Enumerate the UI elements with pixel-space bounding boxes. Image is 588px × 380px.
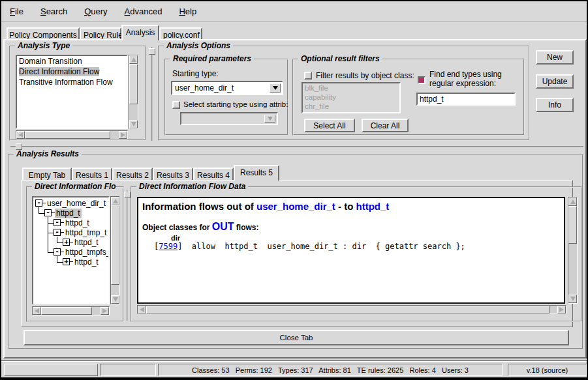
- scroll-right-icon[interactable]: [119, 131, 127, 139]
- info-button-label: Info: [548, 100, 561, 110]
- analysis-type-vscrollbar[interactable]: [129, 55, 138, 129]
- tree-expander[interactable]: +: [63, 239, 70, 246]
- tree-expander[interactable]: -: [44, 209, 52, 216]
- tree-expander[interactable]: -: [54, 248, 61, 256]
- scroll-down-icon[interactable]: [111, 295, 119, 304]
- regex-checkbox-label[interactable]: Find end types using regular expression:: [429, 70, 518, 88]
- window-bottom-edge: [1, 377, 587, 380]
- scroll-left-icon[interactable]: [138, 306, 146, 314]
- top-vertical-sash[interactable]: [151, 47, 153, 141]
- object-class-item: chr_file: [303, 102, 399, 111]
- scroll-up-icon[interactable]: [111, 197, 119, 205]
- tab-policy-components-label: Policy Components: [9, 31, 76, 40]
- scroll-down-icon[interactable]: [129, 120, 138, 128]
- analysis-type-hscroll-thumb[interactable]: [25, 131, 110, 139]
- flow-tree-vscrollbar[interactable]: [110, 196, 120, 304]
- info-button[interactable]: Info: [536, 98, 574, 112]
- tree-node-label[interactable]: httpd_t: [73, 238, 100, 248]
- flow-data-textarea: Information flows out of user_home_dir_t…: [137, 197, 565, 304]
- required-parameters-title: Required parameters: [170, 54, 254, 63]
- starting-type-label: Starting type:: [172, 69, 219, 78]
- scroll-left-icon[interactable]: [16, 131, 25, 139]
- subhead-suffix: flows:: [234, 223, 259, 232]
- analysis-type-hscrollbar[interactable]: [16, 130, 128, 139]
- flow-headline: Information flows out of user_home_dir_t…: [142, 201, 560, 212]
- regex-input[interactable]: [416, 93, 516, 106]
- tree-expander[interactable]: -: [35, 199, 42, 207]
- tree-data-sash-handle[interactable]: [124, 192, 131, 198]
- scroll-right-icon[interactable]: [101, 307, 109, 315]
- tree-expander[interactable]: -: [54, 219, 61, 226]
- filter-object-class-label[interactable]: Filter results by object class:: [316, 71, 414, 80]
- menu-file[interactable]: File: [1, 4, 32, 19]
- tree-expander[interactable]: -: [54, 229, 61, 236]
- update-button[interactable]: Update: [536, 74, 574, 89]
- object-class-listbox-disabled: blk_file capability chr_file: [302, 82, 401, 113]
- clear-all-label: Clear All: [371, 121, 400, 130]
- results-tab-2[interactable]: Results 2: [112, 168, 153, 181]
- starting-type-combobox[interactable]: user_home_dir_t: [171, 81, 283, 95]
- new-button[interactable]: New: [536, 50, 574, 65]
- scroll-down-icon[interactable]: [568, 295, 577, 303]
- scroll-right-icon[interactable]: [557, 306, 566, 314]
- flow-data-vscrollbar[interactable]: [568, 197, 578, 304]
- tab-analysis[interactable]: Analysis: [121, 25, 159, 40]
- tree-expander[interactable]: +: [63, 258, 70, 265]
- tab-policy-conf-label: policy.conf: [163, 31, 200, 40]
- tree-node-label-selected[interactable]: httpd_t: [55, 209, 82, 218]
- results-tab-3[interactable]: Results 3: [153, 168, 193, 181]
- flow-data-hscrollbar[interactable]: [137, 305, 566, 314]
- results-tab-empty[interactable]: Empty Tab: [22, 168, 72, 181]
- menu-help[interactable]: Help: [170, 4, 205, 19]
- menu-search[interactable]: Search: [32, 4, 76, 19]
- results-horizontal-sash-handle[interactable]: [16, 143, 22, 150]
- scroll-up-icon[interactable]: [568, 197, 577, 206]
- rule-id-link[interactable]: 7599: [159, 242, 178, 251]
- starting-type-dropdown-icon[interactable]: [270, 83, 281, 93]
- tab-policy-components[interactable]: Policy Components: [7, 27, 80, 40]
- analysis-type-item-direct-information-flow[interactable]: Direct Information Flow: [19, 67, 99, 76]
- clear-all-button[interactable]: Clear All: [362, 119, 409, 132]
- filter-object-class-checkbox[interactable]: [304, 72, 312, 80]
- flow-tree-hscroll-thumb[interactable]: [41, 307, 92, 315]
- flow-tree-vscroll-thumb[interactable]: [111, 205, 119, 285]
- tree-node-label[interactable]: httpd_t: [64, 218, 91, 228]
- results-tab-1[interactable]: Results 1: [72, 168, 112, 181]
- optional-result-filters-panel: Optional result filters Filter results b…: [292, 59, 525, 136]
- close-tab-button[interactable]: Close Tab: [23, 330, 569, 345]
- analysis-type-item-transitive-information-flow[interactable]: Transitive Information Flow: [17, 77, 127, 87]
- rule-line: [7599] allow httpd_t user_home_dir_t : d…: [154, 242, 560, 251]
- tab-policy-conf[interactable]: policy.conf: [159, 27, 202, 40]
- tree-data-sash[interactable]: [127, 190, 128, 321]
- menu-advanced[interactable]: Advanced: [116, 4, 171, 19]
- tree-node-label[interactable]: user_home_dir_t: [46, 199, 107, 209]
- tree-node-label[interactable]: httpd_tmp_t: [64, 228, 108, 238]
- analysis-type-vscroll-thumb[interactable]: [129, 64, 138, 104]
- tab-policy-rules[interactable]: Policy Rules: [80, 27, 121, 40]
- results-horizontal-sash[interactable]: [10, 146, 583, 147]
- attrib-checkbox-label[interactable]: Select starting type using attrib:: [183, 100, 288, 108]
- results-tab-5[interactable]: Results 5: [234, 165, 279, 181]
- headline-prefix: Information flows out of: [142, 201, 256, 212]
- optional-result-filters-title: Optional result filters: [298, 54, 382, 63]
- results-tab-5-label: Results 5: [240, 168, 273, 177]
- results-tab-4[interactable]: Results 4: [193, 168, 234, 181]
- analysis-type-item-domain-transition[interactable]: Domain Transition: [17, 56, 127, 66]
- scroll-left-icon[interactable]: [33, 307, 41, 315]
- menu-query[interactable]: Query: [76, 4, 116, 19]
- regex-checkbox[interactable]: [418, 76, 426, 84]
- top-vertical-sash-handle[interactable]: [149, 48, 155, 55]
- update-button-label: Update: [542, 77, 568, 86]
- tree-node-label[interactable]: httpd_t: [73, 257, 100, 267]
- object-class-name: dir: [171, 234, 560, 242]
- attrib-checkbox[interactable]: [172, 101, 180, 109]
- flow-data-vscroll-thumb[interactable]: [568, 206, 577, 244]
- scroll-up-icon[interactable]: [129, 55, 138, 64]
- tree-node-label[interactable]: httpd_tmpfs_t: [64, 248, 110, 257]
- select-all-button[interactable]: Select All: [304, 119, 355, 132]
- flow-tree-hscrollbar[interactable]: [32, 306, 110, 315]
- flow-data-hscroll-thumb[interactable]: [146, 306, 549, 314]
- menu-query-label: Query: [84, 7, 107, 16]
- headline-middle: - to: [335, 201, 356, 212]
- attrib-dropdown-icon: [264, 115, 275, 123]
